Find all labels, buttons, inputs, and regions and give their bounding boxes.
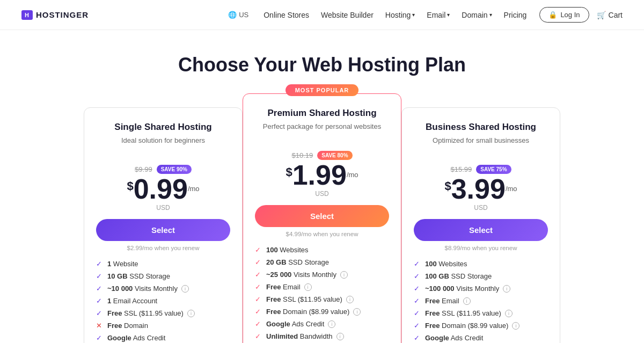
cart-button[interactable]: 🛒 Cart [597,11,623,19]
feature-item: ✓100 GB SSD Storage [414,272,548,280]
info-icon[interactable]: i [512,322,519,330]
renew-note: $4.99/mo when you renew [255,231,389,237]
nav-links: Online Stores Website Builder Hosting▾ E… [264,11,526,19]
check-icon: ✓ [414,272,421,280]
original-price: $10.19 [291,151,313,159]
feature-item: ✓100 Websites [255,246,389,254]
check-icon: ✓ [255,246,262,254]
renew-note: $8.99/mo when you renew [414,245,548,251]
pricing-row: $10.19 SAVE 80% [255,151,389,160]
feature-item: ✓Free Domain ($8.99 value)i [255,308,389,316]
price-display: $ 0.99 /mo [96,175,230,203]
check-icon: ✓ [255,283,262,291]
feature-item: ✓Free Emaili [414,297,548,305]
plan-name: Single Shared Hosting [96,122,230,133]
original-price: $9.99 [135,165,152,173]
feature-item: ✓100 Websites [414,260,548,268]
check-icon: ✓ [414,260,421,268]
info-icon[interactable]: i [181,285,189,293]
pricing-row: $9.99 SAVE 90% [96,165,230,174]
nav-online-stores[interactable]: Online Stores [264,11,309,19]
logo[interactable]: H HOSTINGER [21,10,89,20]
check-icon: ✓ [255,320,262,328]
nav-email[interactable]: Email▾ [427,11,450,19]
check-icon: ✓ [414,334,421,342]
feature-item: ✓Google Ads Credit [96,334,230,342]
nav-pricing[interactable]: Pricing [504,11,527,19]
check-icon: ✓ [414,322,421,330]
price-suffix: /mo [188,185,200,193]
chevron-down-icon: ▾ [489,12,492,18]
feature-item: ✓Free Domain ($8.99 value)i [414,322,548,330]
price-usd: USD [414,204,548,211]
popular-badge: MOST POPULAR [286,84,359,96]
price-display: $ 3.99 /mo [414,175,548,203]
check-icon: ✓ [96,297,104,305]
select-button-business[interactable]: Select [414,219,548,241]
save-badge: SAVE 80% [317,151,352,160]
feature-item: ✓Google Ads Credit [414,334,548,342]
plan-desc: Optimized for small businesses [414,136,548,155]
feature-item: ✓~10 000 Visits Monthlyi [96,284,230,293]
check-icon: ✓ [255,258,262,266]
select-button-premium[interactable]: Select [255,205,389,227]
info-icon[interactable]: i [304,283,312,291]
feature-item: ✓Unlimited Bandwidthi [255,332,389,340]
price-display: $ 1.99 /mo [255,161,389,189]
nav-hosting[interactable]: Hosting▾ [385,11,415,19]
info-icon[interactable]: i [328,320,335,328]
features-list: ✓1 Website ✓10 GB SSD Storage ✓~10 000 V… [96,260,230,343]
save-badge: SAVE 75% [476,165,511,174]
price-dollar: $ [444,179,451,193]
nav-actions: 🔒 Log In 🛒 Cart [539,7,623,23]
check-icon: ✓ [414,284,421,293]
plan-card-single: Single Shared Hosting Ideal solution for… [84,107,243,343]
logo-text: HOSTINGER [36,10,89,19]
price-usd: USD [96,204,230,211]
login-button[interactable]: 🔒 Log In [539,7,589,23]
feature-item: ✓Free SSL ($11.95 value)i [255,295,389,303]
price-main: $ 1.99 /mo [255,161,389,189]
info-icon[interactable]: i [336,333,344,340]
plan-desc: Ideal solution for beginners [96,136,230,155]
nav-website-builder[interactable]: Website Builder [321,11,374,19]
check-icon: ✓ [414,297,421,305]
globe-icon: 🌐 [228,11,237,19]
nav-domain[interactable]: Domain▾ [462,11,492,19]
feature-item: ✓20 GB SSD Storage [255,258,389,266]
feature-item: ✓1 Website [96,260,230,268]
price-suffix: /mo [506,185,517,193]
feature-item: ✓~25 000 Visits Monthlyi [255,271,389,279]
info-icon[interactable]: i [340,271,348,279]
lang-label: US [239,11,248,19]
check-icon: ✓ [414,309,421,317]
feature-item: ✓1 Email Account [96,297,230,305]
renew-note: $2.99/mo when you renew [96,245,230,251]
check-icon: ✓ [96,284,104,293]
cart-icon: 🛒 [597,11,606,19]
select-button-single[interactable]: Select [96,219,230,241]
price-dollar: $ [286,165,292,179]
chevron-down-icon: ▾ [447,12,450,18]
check-icon: ✓ [255,295,262,303]
features-list: ✓100 Websites ✓100 GB SSD Storage ✓~100 … [414,260,548,343]
plan-desc: Perfect package for personal websites [255,122,389,141]
info-icon[interactable]: i [505,310,513,317]
plan-name: Premium Shared Hosting [255,108,389,119]
info-icon[interactable]: i [353,308,361,316]
info-icon[interactable]: i [503,285,510,293]
info-icon[interactable]: i [346,296,354,303]
feature-item: ✕Free Domain [96,322,230,330]
info-icon[interactable]: i [463,297,471,305]
info-icon[interactable]: i [187,310,195,317]
lock-icon: 🔒 [548,11,557,19]
navbar: H HOSTINGER 🌐 US Online Stores Website B… [0,0,644,30]
price-amount: 0.99 [134,175,188,203]
page-title: Choose Your Web Hosting Plan [11,54,633,76]
price-suffix: /mo [347,171,358,179]
check-icon: ✓ [96,309,104,317]
price-main: $ 3.99 /mo [414,175,548,203]
nav-lang[interactable]: 🌐 US [228,11,248,19]
pricing-row: $15.99 SAVE 75% [414,165,548,174]
check-icon: ✓ [255,308,262,316]
